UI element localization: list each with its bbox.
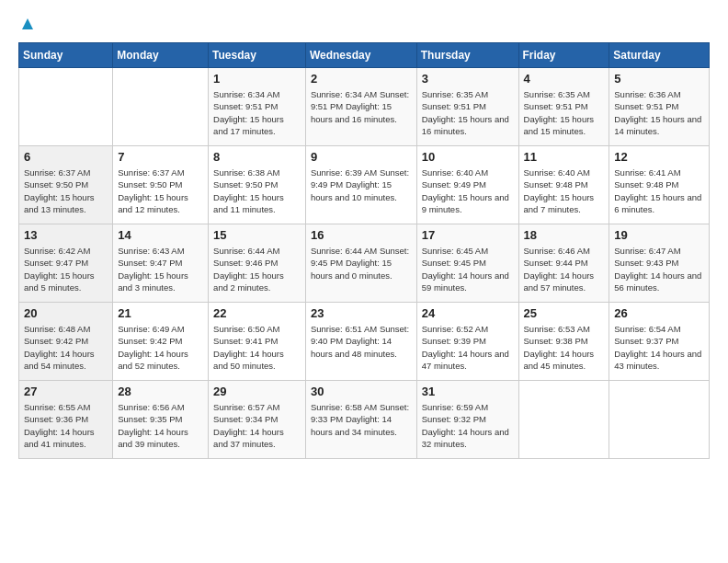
weekday-header-tuesday: Tuesday	[209, 43, 306, 68]
calendar-cell: 29Sunrise: 6:57 AM Sunset: 9:34 PM Dayli…	[209, 381, 306, 459]
cell-info: Sunrise: 6:40 AM Sunset: 9:48 PM Dayligh…	[524, 167, 605, 215]
cell-info: Sunrise: 6:53 AM Sunset: 9:38 PM Dayligh…	[524, 323, 605, 372]
cell-info: Sunrise: 6:41 AM Sunset: 9:48 PM Dayligh…	[614, 167, 704, 215]
day-number: 25	[524, 306, 605, 320]
calendar-cell: 10Sunrise: 6:40 AM Sunset: 9:49 PM Dayli…	[416, 146, 518, 224]
svg-marker-0	[22, 18, 33, 29]
cell-info: Sunrise: 6:46 AM Sunset: 9:44 PM Dayligh…	[524, 245, 605, 293]
calendar-cell: 25Sunrise: 6:53 AM Sunset: 9:38 PM Dayli…	[518, 303, 609, 381]
cell-info: Sunrise: 6:55 AM Sunset: 9:36 PM Dayligh…	[24, 401, 108, 450]
day-number: 26	[614, 306, 704, 320]
day-number: 31	[422, 385, 514, 398]
cell-info: Sunrise: 6:37 AM Sunset: 9:50 PM Dayligh…	[24, 167, 108, 215]
calendar-cell	[19, 68, 113, 146]
cell-info: Sunrise: 6:37 AM Sunset: 9:50 PM Dayligh…	[118, 167, 203, 215]
cell-info: Sunrise: 6:47 AM Sunset: 9:43 PM Dayligh…	[614, 245, 704, 293]
day-number: 3	[422, 72, 514, 86]
cell-info: Sunrise: 6:51 AM Sunset: 9:40 PM Dayligh…	[311, 323, 412, 360]
day-number: 17	[422, 228, 514, 242]
day-number: 10	[422, 150, 514, 164]
calendar-cell: 9Sunrise: 6:39 AM Sunset: 9:49 PM Daylig…	[305, 146, 416, 224]
day-number: 29	[213, 385, 301, 398]
day-number: 27	[24, 385, 108, 398]
calendar-cell: 16Sunrise: 6:44 AM Sunset: 9:45 PM Dayli…	[305, 224, 416, 303]
day-number: 20	[24, 306, 108, 320]
calendar-cell: 3Sunrise: 6:35 AM Sunset: 9:51 PM Daylig…	[416, 68, 518, 146]
cell-info: Sunrise: 6:49 AM Sunset: 9:42 PM Dayligh…	[118, 323, 203, 372]
cell-info: Sunrise: 6:54 AM Sunset: 9:37 PM Dayligh…	[614, 323, 704, 372]
weekday-header-monday: Monday	[113, 43, 209, 68]
cell-info: Sunrise: 6:50 AM Sunset: 9:41 PM Dayligh…	[213, 323, 301, 372]
calendar-cell: 11Sunrise: 6:40 AM Sunset: 9:48 PM Dayli…	[518, 146, 609, 224]
day-number: 24	[422, 306, 514, 320]
calendar-cell: 14Sunrise: 6:43 AM Sunset: 9:47 PM Dayli…	[113, 224, 209, 303]
day-number: 18	[524, 228, 605, 242]
day-number: 12	[614, 150, 704, 164]
cell-info: Sunrise: 6:44 AM Sunset: 9:45 PM Dayligh…	[311, 245, 412, 282]
calendar-cell: 2Sunrise: 6:34 AM Sunset: 9:51 PM Daylig…	[305, 68, 416, 146]
calendar-cell	[518, 381, 609, 459]
calendar-cell: 31Sunrise: 6:59 AM Sunset: 9:32 PM Dayli…	[416, 381, 518, 459]
day-number: 13	[24, 228, 108, 242]
day-number: 4	[524, 72, 605, 86]
calendar-table: SundayMondayTuesdayWednesdayThursdayFrid…	[18, 42, 710, 459]
day-number: 14	[118, 228, 203, 242]
calendar-cell: 21Sunrise: 6:49 AM Sunset: 9:42 PM Dayli…	[113, 303, 209, 381]
calendar-cell	[609, 381, 710, 459]
calendar-cell: 6Sunrise: 6:37 AM Sunset: 9:50 PM Daylig…	[19, 146, 113, 224]
cell-info: Sunrise: 6:52 AM Sunset: 9:39 PM Dayligh…	[422, 323, 514, 372]
cell-info: Sunrise: 6:38 AM Sunset: 9:50 PM Dayligh…	[213, 167, 301, 215]
calendar-cell: 12Sunrise: 6:41 AM Sunset: 9:48 PM Dayli…	[609, 146, 710, 224]
calendar-cell: 23Sunrise: 6:51 AM Sunset: 9:40 PM Dayli…	[305, 303, 416, 381]
calendar-cell: 24Sunrise: 6:52 AM Sunset: 9:39 PM Dayli…	[416, 303, 518, 381]
day-number: 8	[213, 150, 301, 164]
day-number: 19	[614, 228, 704, 242]
cell-info: Sunrise: 6:36 AM Sunset: 9:51 PM Dayligh…	[614, 88, 704, 137]
calendar-cell	[113, 68, 209, 146]
calendar-cell: 17Sunrise: 6:45 AM Sunset: 9:45 PM Dayli…	[416, 224, 518, 303]
cell-info: Sunrise: 6:34 AM Sunset: 9:51 PM Dayligh…	[311, 88, 412, 125]
calendar-cell: 4Sunrise: 6:35 AM Sunset: 9:51 PM Daylig…	[518, 68, 609, 146]
day-number: 23	[311, 306, 412, 320]
cell-info: Sunrise: 6:59 AM Sunset: 9:32 PM Dayligh…	[422, 401, 514, 450]
weekday-header-thursday: Thursday	[416, 43, 518, 68]
calendar-cell: 13Sunrise: 6:42 AM Sunset: 9:47 PM Dayli…	[19, 224, 113, 303]
calendar-cell: 1Sunrise: 6:34 AM Sunset: 9:51 PM Daylig…	[209, 68, 306, 146]
day-number: 21	[118, 306, 203, 320]
cell-info: Sunrise: 6:56 AM Sunset: 9:35 PM Dayligh…	[118, 401, 203, 450]
cell-info: Sunrise: 6:42 AM Sunset: 9:47 PM Dayligh…	[24, 245, 108, 293]
calendar-cell: 18Sunrise: 6:46 AM Sunset: 9:44 PM Dayli…	[518, 224, 609, 303]
day-number: 7	[118, 150, 203, 164]
weekday-header-sunday: Sunday	[19, 43, 113, 68]
cell-info: Sunrise: 6:34 AM Sunset: 9:51 PM Dayligh…	[213, 88, 301, 137]
logo-icon	[20, 17, 35, 31]
day-number: 30	[311, 385, 412, 398]
day-number: 6	[24, 150, 108, 164]
cell-info: Sunrise: 6:48 AM Sunset: 9:42 PM Dayligh…	[24, 323, 108, 372]
cell-info: Sunrise: 6:43 AM Sunset: 9:47 PM Dayligh…	[118, 245, 203, 293]
calendar-cell: 27Sunrise: 6:55 AM Sunset: 9:36 PM Dayli…	[19, 381, 113, 459]
day-number: 16	[311, 228, 412, 242]
cell-info: Sunrise: 6:40 AM Sunset: 9:49 PM Dayligh…	[422, 167, 514, 215]
day-number: 2	[311, 72, 412, 86]
calendar-cell: 15Sunrise: 6:44 AM Sunset: 9:46 PM Dayli…	[209, 224, 306, 303]
day-number: 15	[213, 228, 301, 242]
day-number: 28	[118, 385, 203, 398]
cell-info: Sunrise: 6:39 AM Sunset: 9:49 PM Dayligh…	[311, 167, 412, 203]
cell-info: Sunrise: 6:44 AM Sunset: 9:46 PM Dayligh…	[213, 245, 301, 293]
calendar-cell: 5Sunrise: 6:36 AM Sunset: 9:51 PM Daylig…	[609, 68, 710, 146]
cell-info: Sunrise: 6:35 AM Sunset: 9:51 PM Dayligh…	[422, 88, 514, 137]
calendar-cell: 28Sunrise: 6:56 AM Sunset: 9:35 PM Dayli…	[113, 381, 209, 459]
calendar-cell: 8Sunrise: 6:38 AM Sunset: 9:50 PM Daylig…	[209, 146, 306, 224]
cell-info: Sunrise: 6:58 AM Sunset: 9:33 PM Dayligh…	[311, 401, 412, 438]
day-number: 9	[311, 150, 412, 164]
calendar-cell: 22Sunrise: 6:50 AM Sunset: 9:41 PM Dayli…	[209, 303, 306, 381]
logo	[18, 18, 35, 33]
page-header	[18, 18, 710, 33]
calendar-cell: 30Sunrise: 6:58 AM Sunset: 9:33 PM Dayli…	[305, 381, 416, 459]
calendar-cell: 19Sunrise: 6:47 AM Sunset: 9:43 PM Dayli…	[609, 224, 710, 303]
weekday-header-friday: Friday	[518, 43, 609, 68]
day-number: 11	[524, 150, 605, 164]
calendar-cell: 7Sunrise: 6:37 AM Sunset: 9:50 PM Daylig…	[113, 146, 209, 224]
calendar-cell: 20Sunrise: 6:48 AM Sunset: 9:42 PM Dayli…	[19, 303, 113, 381]
